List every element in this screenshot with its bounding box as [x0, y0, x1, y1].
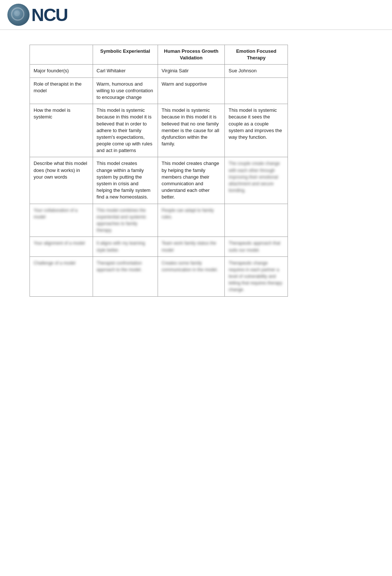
header-cell-human: Human Process Growth Validation — [158, 45, 225, 65]
cell-blurred3-symbolic: Therapist confrontation approach to the … — [93, 256, 158, 296]
row-label-blurred1: Your collaboration of a model — [30, 204, 93, 237]
cell-blurred2-symbolic: It aligns with my learning style better. — [93, 237, 158, 256]
row-label-blurred2: Your alignment of a model — [30, 237, 93, 256]
cell-therapist-symbolic: Warm, humorous and willing to use confro… — [93, 77, 158, 104]
cell-founders-emotion: Sue Johnson — [225, 65, 288, 77]
table-row: How the model is systemic This model is … — [30, 104, 288, 157]
comparison-table: Symbolic Experiential Human Process Grow… — [30, 45, 288, 297]
cell-blurred1-symbolic: This model combines the experiential and… — [93, 204, 158, 237]
logo-container: NCU — [7, 4, 68, 26]
row-label-systemic: How the model is systemic — [30, 104, 93, 157]
header-cell-empty — [30, 45, 93, 65]
cell-systemic-symbolic: This model is systemic because in this m… — [93, 104, 158, 157]
cell-blurred1-human: People can adapt to family rules. — [158, 204, 225, 237]
cell-systemic-human: This model is systemic because in this m… — [158, 104, 225, 157]
cell-founders-symbolic: Carl Whitaker — [93, 65, 158, 77]
row-label-therapist: Role of therapist in the model — [30, 77, 93, 104]
cell-founders-human: Virginia Satir — [158, 65, 225, 77]
cell-therapist-human: Warm and supportive — [158, 77, 225, 104]
cell-blurred1-emotion — [225, 204, 288, 237]
table-row: Major founder(s) Carl Whitaker Virginia … — [30, 65, 288, 77]
header-cell-symbolic: Symbolic Experiential — [93, 45, 158, 65]
cell-blurred2-emotion: Therapeutic approach that suits our mode… — [225, 237, 288, 256]
cell-how-works-symbolic: This model creates change within a famil… — [93, 157, 158, 204]
row-label-founders: Major founder(s) — [30, 65, 93, 77]
page-header: NCU — [0, 0, 392, 30]
cell-how-works-human: This model creates change by helping the… — [158, 157, 225, 204]
table-row: Challenge of a model Therapist confronta… — [30, 256, 288, 296]
cell-blurred3-human: Creates some family communication in the… — [158, 256, 225, 296]
cell-blurred2-human: Team work family status the model — [158, 237, 225, 256]
logo-text: NCU — [31, 5, 68, 25]
cell-blurred3-emotion: Therapeutic change requires in each part… — [225, 256, 288, 296]
table-row: Your collaboration of a model This model… — [30, 204, 288, 237]
header-cell-emotion: Emotion Focused Therapy — [225, 45, 288, 65]
cell-systemic-emotion: This model is systemic because it sees t… — [225, 104, 288, 157]
table-header-row: Symbolic Experiential Human Process Grow… — [30, 45, 288, 65]
logo-circle-icon — [7, 4, 30, 26]
table-row: Describe what this model does (how it wo… — [30, 157, 288, 204]
cell-therapist-emotion — [225, 77, 288, 104]
page-content: Symbolic Experiential Human Process Grow… — [0, 30, 392, 308]
table-row: Role of therapist in the model Warm, hum… — [30, 77, 288, 104]
row-label-blurred3: Challenge of a model — [30, 256, 93, 296]
row-label-how-works: Describe what this model does (how it wo… — [30, 157, 93, 204]
cell-how-works-emotion: The couple create change with each other… — [225, 157, 288, 204]
table-row: Your alignment of a model It aligns with… — [30, 237, 288, 256]
